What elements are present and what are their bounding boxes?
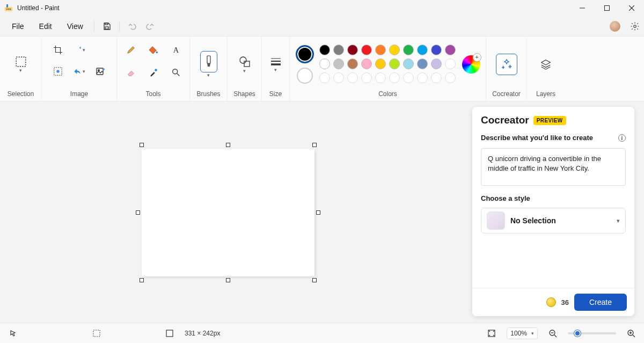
menu-file[interactable]: File: [4, 19, 32, 34]
color-swatch-empty[interactable]: [361, 72, 372, 83]
info-icon[interactable]: i: [618, 134, 626, 142]
selection-size-icon: [89, 326, 104, 341]
color-swatch[interactable]: [389, 59, 400, 69]
style-thumbnail: [487, 211, 505, 230]
statusbar: 331 × 242px 100% ▾: [0, 323, 644, 343]
layers-button[interactable]: [534, 55, 558, 74]
svg-line-32: [554, 335, 557, 337]
color-swatch[interactable]: [319, 59, 330, 69]
rotate-button[interactable]: ▾: [70, 62, 89, 81]
size-dropdown[interactable]: ▾: [267, 55, 285, 74]
color-swatch[interactable]: [431, 59, 442, 69]
text-tool[interactable]: A: [167, 41, 185, 59]
ribbon-label-layers: Layers: [536, 87, 555, 99]
svg-point-2: [8, 9, 10, 10]
color-swatch[interactable]: [319, 45, 330, 55]
user-avatar[interactable]: [610, 21, 620, 32]
svg-point-23: [240, 57, 246, 63]
redo-button[interactable]: [141, 18, 159, 34]
undo-button[interactable]: [123, 18, 141, 34]
chevron-down-icon: ▾: [83, 47, 85, 53]
chevron-down-icon: ▾: [243, 68, 246, 74]
save-button[interactable]: [98, 18, 116, 34]
color-swatch[interactable]: [375, 59, 386, 69]
color-swatch-empty[interactable]: [445, 72, 456, 83]
color-swatch[interactable]: [375, 45, 386, 55]
canvas[interactable]: [142, 149, 314, 276]
color-swatch[interactable]: [431, 45, 442, 55]
maximize-button[interactable]: [595, 0, 619, 16]
color-swatch[interactable]: [361, 59, 372, 69]
settings-button[interactable]: [626, 21, 644, 31]
svg-text:A: A: [173, 46, 179, 54]
svg-rect-9: [105, 27, 108, 29]
workspace[interactable]: Cocreator PREVIEW Describe what you'd li…: [0, 101, 644, 323]
color-swatch-empty[interactable]: [389, 72, 400, 83]
svg-rect-12: [16, 57, 26, 67]
window-title: Untitled - Paint: [17, 4, 60, 12]
remove-background-button[interactable]: [49, 62, 67, 81]
cursor-position-icon: [5, 326, 20, 341]
ribbon-label-colors: Colors: [378, 87, 397, 99]
menu-edit[interactable]: Edit: [32, 19, 60, 34]
svg-rect-29: [166, 330, 173, 337]
fill-tool[interactable]: [144, 41, 163, 59]
close-button[interactable]: [619, 0, 644, 16]
color-swatch-empty[interactable]: [319, 72, 330, 83]
prompt-textarea[interactable]: [481, 148, 626, 186]
color-swatch[interactable]: [403, 45, 414, 55]
canvas-size-icon: [162, 326, 177, 341]
ribbon-label-image: Image: [70, 87, 88, 99]
ribbon-label-selection: Selection: [8, 87, 34, 99]
color-swatch-empty[interactable]: [375, 72, 386, 83]
color-swatch-grid: [319, 45, 457, 84]
zoom-combo[interactable]: 100% ▾: [507, 327, 538, 339]
color-swatch[interactable]: [333, 59, 344, 69]
ribbon-label-tools: Tools: [145, 87, 160, 99]
color-swatch[interactable]: [417, 59, 428, 69]
magnifier-tool[interactable]: [167, 63, 185, 82]
color-swatch-empty[interactable]: [347, 72, 358, 83]
chevron-down-icon: ▾: [531, 331, 534, 336]
color-swatch[interactable]: [445, 45, 456, 55]
chevron-down-icon: ▾: [207, 72, 210, 78]
eraser-tool[interactable]: [122, 63, 140, 82]
edit-colors-button[interactable]: [462, 55, 480, 74]
svg-point-3: [10, 9, 11, 10]
color-swatch-empty[interactable]: [403, 72, 414, 83]
shapes-dropdown[interactable]: ▾: [235, 54, 254, 75]
zoom-in-button[interactable]: [624, 326, 639, 341]
color-swatch[interactable]: [333, 45, 344, 55]
color-picker-tool[interactable]: [144, 63, 163, 82]
color-swatch-empty[interactable]: [417, 72, 428, 83]
color-swatch-empty[interactable]: [445, 59, 456, 69]
menu-view[interactable]: View: [60, 19, 91, 34]
zoom-out-button[interactable]: [545, 326, 560, 341]
color-swatch[interactable]: [403, 59, 414, 69]
color-swatch[interactable]: [361, 45, 372, 55]
color-swatch-empty[interactable]: [333, 72, 344, 83]
svg-point-17: [156, 52, 158, 54]
color-swatch[interactable]: [347, 45, 358, 55]
minimize-button[interactable]: [570, 0, 595, 16]
color-swatch[interactable]: [347, 59, 358, 69]
color-secondary[interactable]: [297, 68, 313, 84]
chevron-down-icon: ▾: [274, 67, 277, 72]
pencil-tool[interactable]: [122, 41, 140, 59]
color-swatch[interactable]: [389, 45, 400, 55]
zoom-slider[interactable]: [568, 332, 616, 334]
brushes-dropdown[interactable]: ▾: [197, 50, 221, 79]
paint-app-icon: [4, 4, 13, 12]
selection-tool[interactable]: ▾: [12, 55, 30, 74]
cocreator-button[interactable]: [496, 54, 517, 75]
create-button[interactable]: Create: [574, 294, 627, 311]
color-primary[interactable]: [296, 45, 314, 63]
color-swatch-empty[interactable]: [431, 72, 442, 83]
preview-badge: PREVIEW: [533, 116, 566, 125]
style-dropdown[interactable]: No Selection ▾: [481, 208, 626, 233]
crop-button[interactable]: [49, 41, 67, 59]
fit-screen-button[interactable]: [484, 326, 499, 341]
color-swatch[interactable]: [417, 45, 428, 55]
image-generate-button[interactable]: [92, 62, 110, 81]
resize-button[interactable]: ▾: [70, 41, 89, 59]
